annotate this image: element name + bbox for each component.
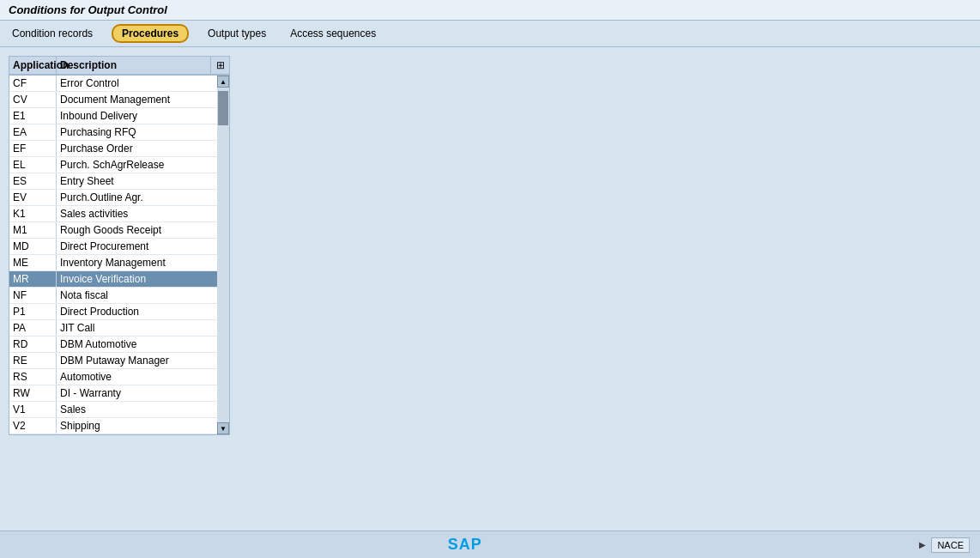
cell-application: EL	[9, 157, 57, 173]
cell-application: V2	[9, 418, 57, 434]
table-row[interactable]: M1Rough Goods Receipt	[9, 222, 229, 239]
cell-application: RW	[9, 385, 57, 401]
cell-application: MR	[9, 271, 57, 287]
cell-description: Sales	[57, 402, 229, 417]
table-row[interactable]: K1Sales activities	[9, 206, 229, 222]
cell-application: RD	[9, 337, 57, 352]
menu-item-access-sequences[interactable]: Access sequences	[285, 26, 381, 41]
cell-description: Direct Procurement	[57, 239, 229, 254]
scroll-down-btn[interactable]: ▼	[217, 422, 229, 434]
table-row[interactable]: EFPurchase Order	[9, 141, 229, 157]
cell-application: RS	[9, 369, 57, 385]
cell-application: EA	[9, 124, 57, 140]
nace-area: ▶ NACE	[919, 537, 970, 553]
col-application-header: Application	[9, 57, 57, 74]
table-scroll-area: CFError ControlCVDocument ManagementE1In…	[9, 76, 229, 434]
cell-application: ES	[9, 173, 57, 189]
cell-application: P1	[9, 304, 57, 319]
table-row[interactable]: P1Direct Production	[9, 304, 229, 320]
table-row[interactable]: MDDirect Procurement	[9, 239, 229, 255]
cell-description: Purch. SchAgrRelease	[57, 157, 229, 173]
cell-description: DBM Automotive	[57, 337, 229, 352]
table-row[interactable]: E1Inbound Delivery	[9, 108, 229, 124]
scroll-track	[217, 88, 229, 422]
sap-logo: SAP	[448, 536, 482, 554]
cell-description: Sales activities	[57, 206, 229, 221]
table-row[interactable]: PAJIT Call	[9, 320, 229, 337]
table-row[interactable]: MEInventory Management	[9, 255, 229, 271]
menu-item-output-types[interactable]: Output types	[203, 26, 271, 41]
table-row[interactable]: ESEntry Sheet	[9, 173, 229, 190]
table-header: Application Description ⊞	[9, 57, 229, 76]
cell-application: K1	[9, 206, 57, 221]
table-row[interactable]: REDBM Putaway Manager	[9, 353, 229, 369]
table-row[interactable]: CVDocument Management	[9, 92, 229, 108]
cell-application: M1	[9, 222, 57, 238]
cell-description: JIT Call	[57, 320, 229, 336]
scroll-up-btn[interactable]: ▲	[217, 76, 229, 88]
cell-description: Nota fiscal	[57, 288, 229, 303]
application-table: Application Description ⊞ CFError Contro…	[9, 56, 230, 435]
menu-item-procedures[interactable]: Procedures	[112, 24, 189, 43]
cell-application: PA	[9, 320, 57, 336]
bottom-bar: SAP ▶ NACE	[0, 531, 980, 558]
title-bar: Conditions for Output Control	[0, 0, 980, 21]
cell-description: Purch.Outline Agr.	[57, 190, 229, 205]
cell-application: E1	[9, 108, 57, 124]
cell-description: Inbound Delivery	[57, 108, 229, 124]
cell-application: NF	[9, 288, 57, 303]
scroll-thumb[interactable]	[218, 91, 228, 125]
table-row[interactable]: V1Sales	[9, 402, 229, 418]
menu-bar: Condition recordsProceduresOutput typesA…	[0, 21, 980, 47]
cell-description: Purchasing RFQ	[57, 124, 229, 140]
cell-description: DI - Warranty	[57, 385, 229, 401]
cell-description: Direct Production	[57, 304, 229, 319]
table-row[interactable]: MRInvoice Verification	[9, 271, 229, 288]
table-row[interactable]: CFError Control	[9, 76, 229, 92]
cell-application: CV	[9, 92, 57, 107]
table-row[interactable]: V2Shipping	[9, 418, 229, 434]
table-row[interactable]: RSAutomotive	[9, 369, 229, 385]
nav-right-arrow[interactable]: ▶	[919, 540, 926, 549]
cell-description: Shipping	[57, 418, 229, 434]
cell-application: EV	[9, 190, 57, 205]
cell-application: MD	[9, 239, 57, 254]
cell-description: DBM Putaway Manager	[57, 353, 229, 368]
cell-description: Inventory Management	[57, 255, 229, 270]
table-row[interactable]: RDDBM Automotive	[9, 337, 229, 353]
nace-button[interactable]: NACE	[931, 537, 970, 553]
table-row[interactable]: ELPurch. SchAgrRelease	[9, 157, 229, 173]
table-row[interactable]: EAPurchasing RFQ	[9, 124, 229, 141]
cell-application: CF	[9, 76, 57, 91]
column-config-icon[interactable]: ⊞	[210, 57, 229, 74]
cell-description: Entry Sheet	[57, 173, 229, 189]
menu-item-condition-records[interactable]: Condition records	[7, 26, 98, 41]
cell-application: RE	[9, 353, 57, 368]
cell-application: ME	[9, 255, 57, 270]
cell-description: Automotive	[57, 369, 229, 385]
col-description-header: Description	[57, 57, 210, 74]
window-title: Conditions for Output Control	[9, 3, 167, 16]
cell-application: V1	[9, 402, 57, 417]
cell-description: Invoice Verification	[57, 271, 229, 287]
table-row[interactable]: RWDI - Warranty	[9, 385, 229, 402]
nav-buttons: ▶	[919, 540, 926, 549]
table-row[interactable]: EVPurch.Outline Agr.	[9, 190, 229, 206]
main-area: Application Description ⊞ CFError Contro…	[0, 47, 980, 444]
cell-description: Document Management	[57, 92, 229, 107]
table-body: CFError ControlCVDocument ManagementE1In…	[9, 76, 229, 434]
cell-description: Error Control	[57, 76, 229, 91]
cell-application: EF	[9, 141, 57, 156]
table-row[interactable]: NFNota fiscal	[9, 288, 229, 304]
cell-description: Purchase Order	[57, 141, 229, 156]
vertical-scrollbar[interactable]: ▲ ▼	[217, 76, 229, 434]
cell-description: Rough Goods Receipt	[57, 222, 229, 238]
